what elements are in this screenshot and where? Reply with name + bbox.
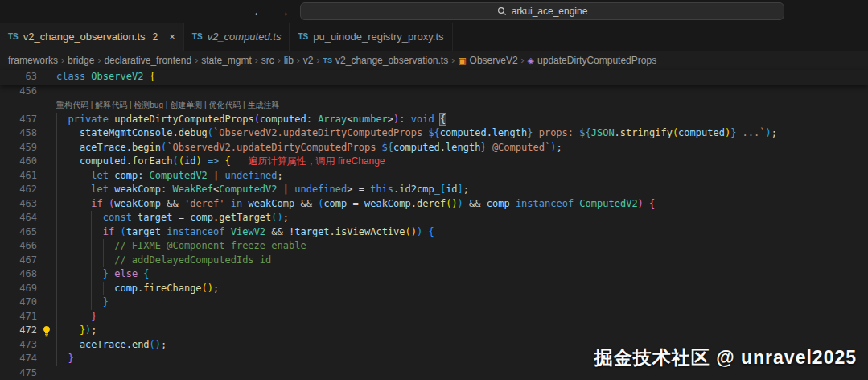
glyph-margin bbox=[37, 85, 56, 99]
line-number[interactable]: 469 bbox=[0, 282, 37, 296]
line-number[interactable]: 458 bbox=[0, 126, 37, 141]
search-value: arkui_ace_engine bbox=[512, 6, 588, 17]
line-number[interactable]: 468 bbox=[0, 267, 37, 282]
token: comp bbox=[114, 170, 138, 181]
indent-guide bbox=[68, 282, 79, 296]
token: => bbox=[208, 155, 219, 167]
breadcrumb-item-v2_change_observation.ts[interactable]: TSv2_change_observation.ts bbox=[323, 55, 449, 66]
token: ] bbox=[458, 184, 463, 195]
breadcrumb-item-v2[interactable]: v2 bbox=[303, 55, 314, 66]
code-line-466[interactable]: 466 // FIXME @Component freeze enable bbox=[0, 239, 868, 254]
breadcrumb-item-updateDirtyComputedProps[interactable]: ◈updateDirtyComputedProps bbox=[528, 55, 657, 66]
token bbox=[225, 198, 231, 209]
title-bar: ← → arkui_ace_engine bbox=[0, 0, 868, 23]
back-arrow-icon[interactable]: ← bbox=[253, 5, 265, 19]
token: > = bbox=[347, 184, 370, 195]
tab-bar: TSv2_change_observation.ts2×TSv2_compute… bbox=[0, 23, 868, 51]
glyph-margin bbox=[37, 98, 56, 113]
code-line-464[interactable]: 464 const target = comp.getTarget(); bbox=[0, 211, 868, 225]
code-line-463[interactable]: 463 if (weakComp && 'deref' in weakComp … bbox=[0, 197, 868, 212]
method-icon: ◈ bbox=[528, 56, 534, 66]
line-number[interactable]: 462 bbox=[0, 183, 37, 197]
token: computed bbox=[260, 114, 306, 125]
line-number[interactable]: 463 bbox=[0, 197, 37, 212]
tab-v2_change_observation.ts[interactable]: TSv2_change_observation.ts2× bbox=[0, 23, 184, 51]
breadcrumb-item-src[interactable]: src bbox=[261, 55, 274, 66]
indent-guide bbox=[56, 282, 68, 296]
line-number[interactable]: 459 bbox=[0, 141, 37, 155]
code-line-462[interactable]: 462 let weakComp: WeakRef<ComputedV2 | u… bbox=[0, 183, 868, 197]
token: debug bbox=[179, 127, 208, 138]
indent-guide bbox=[68, 183, 79, 197]
history-nav: ← → bbox=[253, 0, 290, 23]
token bbox=[434, 114, 440, 125]
code-line-468[interactable]: 468 } else { bbox=[0, 267, 868, 282]
line-number[interactable]: 470 bbox=[0, 295, 37, 310]
breadcrumb-item-state_mgmt[interactable]: state_mgmt bbox=[201, 55, 252, 66]
token: && bbox=[161, 198, 184, 209]
code-line-469[interactable]: 469 comp.fireChange(); bbox=[0, 282, 868, 296]
line-number[interactable]: 473 bbox=[0, 338, 37, 353]
code-line-467[interactable]: 467 // addDelayedComputedIds id bbox=[0, 254, 868, 268]
sticky-scroll-line[interactable]: 63class ObserveV2 { bbox=[0, 70, 868, 85]
code-line-456[interactable]: 456 bbox=[0, 85, 868, 99]
indent-guide bbox=[56, 197, 68, 212]
line-number[interactable] bbox=[0, 98, 37, 113]
token: ( bbox=[271, 212, 277, 223]
code-line-460[interactable]: 460 computed.forEach((id) => { 遍历计算属性，调用… bbox=[0, 155, 868, 169]
tab-pu_uinode_registry_proxy.ts[interactable]: TSpu_uinode_registry_proxy.ts bbox=[290, 23, 452, 51]
command-center-search[interactable]: arkui_ace_engine bbox=[300, 2, 784, 20]
breadcrumb-separator: › bbox=[255, 55, 258, 66]
line-number[interactable]: 464 bbox=[0, 211, 37, 225]
code-text: stateMgmtConsole.debug(`ObservedV2.updat… bbox=[56, 126, 868, 141]
line-number[interactable]: 467 bbox=[0, 254, 37, 268]
codelens-actions[interactable]: 重构代码 | 解释代码 | 检测bug | 创建单测 | 优化代码 | 生成注释 bbox=[56, 98, 868, 113]
code-line-465[interactable]: 465 if (target instanceof ViewV2 && !tar… bbox=[0, 225, 868, 240]
breadcrumb-item-frameworks[interactable]: frameworks bbox=[8, 55, 58, 66]
code-line-470[interactable]: 470 } bbox=[0, 295, 868, 310]
glyph-margin bbox=[37, 70, 56, 85]
token: | bbox=[278, 184, 295, 195]
code-line-lens[interactable]: 重构代码 | 解释代码 | 检测bug | 创建单测 | 优化代码 | 生成注释 bbox=[0, 98, 868, 113]
line-number[interactable]: 63 bbox=[0, 70, 37, 85]
code-editor[interactable]: 63class ObserveV2 { 456重构代码 | 解释代码 | 检测b… bbox=[0, 70, 868, 380]
line-number[interactable]: 465 bbox=[0, 225, 37, 240]
code-lines[interactable]: 456重构代码 | 解释代码 | 检测bug | 创建单测 | 优化代码 | 生… bbox=[0, 85, 868, 380]
breadcrumb-item-bridge[interactable]: bridge bbox=[68, 55, 94, 66]
line-number[interactable]: 460 bbox=[0, 155, 37, 169]
code-line-457[interactable]: 457 private updateDirtyComputedProps(com… bbox=[0, 113, 868, 127]
code-line-459[interactable]: 459 aceTrace.begin(`ObservedV2.updateDir… bbox=[0, 141, 868, 155]
code-line-461[interactable]: 461 let comp: ComputedV2 | undefined; bbox=[0, 169, 868, 184]
breadcrumb-item-ObserveV2[interactable]: ▣ObserveV2 bbox=[458, 55, 517, 66]
token: } bbox=[103, 296, 109, 308]
code-line-472[interactable]: 472 }); bbox=[0, 324, 868, 338]
line-number[interactable]: 461 bbox=[0, 169, 37, 184]
line-number[interactable]: 472 bbox=[0, 324, 37, 338]
line-number[interactable]: 456 bbox=[0, 85, 37, 99]
close-icon[interactable]: × bbox=[169, 31, 175, 43]
line-number[interactable]: 474 bbox=[0, 352, 37, 366]
indent-guide bbox=[91, 295, 102, 310]
code-line-458[interactable]: 458 stateMgmtConsole.debug(`ObservedV2.u… bbox=[0, 126, 868, 141]
line-number[interactable]: 457 bbox=[0, 113, 37, 127]
forward-arrow-icon[interactable]: → bbox=[278, 5, 290, 19]
token: class bbox=[56, 71, 85, 82]
token: computed bbox=[678, 127, 725, 138]
lightbulb-icon[interactable] bbox=[37, 324, 56, 338]
code-line-471[interactable]: 471 } bbox=[0, 310, 868, 324]
tab-v2_computed.ts[interactable]: TSv2_computed.ts bbox=[184, 23, 290, 51]
line-number[interactable]: 475 bbox=[0, 366, 37, 380]
token: ) bbox=[411, 226, 417, 238]
breadcrumb-item-declarative_frontend[interactable]: declarative_frontend bbox=[104, 55, 191, 66]
token: id bbox=[446, 184, 457, 195]
line-number[interactable]: 466 bbox=[0, 239, 37, 254]
token: = bbox=[172, 212, 190, 223]
token: target bbox=[138, 212, 172, 223]
line-number[interactable]: 471 bbox=[0, 310, 37, 324]
indent-guide bbox=[56, 141, 68, 155]
code-line-63[interactable]: 63class ObserveV2 { bbox=[0, 70, 868, 85]
token: ; bbox=[283, 212, 289, 223]
indent-guide bbox=[56, 211, 68, 225]
breadcrumb-item-lib[interactable]: lib bbox=[284, 55, 294, 66]
token: id bbox=[184, 155, 195, 167]
